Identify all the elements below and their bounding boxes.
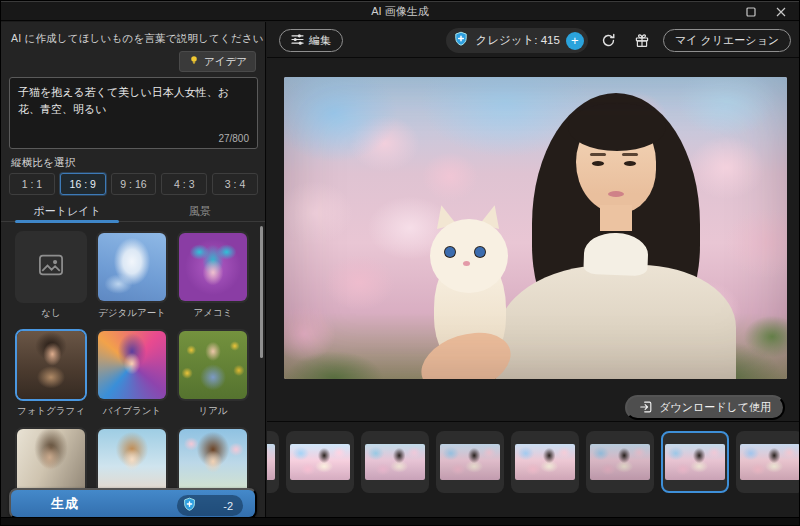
prompt-input[interactable]: 子猫を抱える若くて美しい日本人女性、お花、青空、明るい 27/800 xyxy=(9,77,258,149)
tab-landscape[interactable]: 風景 xyxy=(134,201,267,221)
add-credits-button[interactable]: + xyxy=(566,32,584,50)
filmstrip-item-1[interactable] xyxy=(267,431,279,493)
real-thumbnail xyxy=(179,331,247,399)
titlebar: AI 画像生成 xyxy=(1,1,799,21)
style-label: フォトグラフィ xyxy=(15,405,87,418)
style-tabs: ポートレイト 風景 xyxy=(1,201,266,222)
comic-thumbnail xyxy=(179,233,247,301)
app-window: AI 画像生成 AI に作成してほしいものを言葉で説明してください アイデア 子… xyxy=(0,0,800,526)
ratio-16-9[interactable]: 16 : 9 xyxy=(60,173,106,195)
style-label: なし xyxy=(15,307,87,320)
digital-art-thumbnail xyxy=(98,233,166,301)
generate-cost-badge: -2 xyxy=(177,495,243,516)
idea-button-label: アイデア xyxy=(204,55,247,69)
download-icon xyxy=(639,400,653,416)
partial-thumbnail xyxy=(179,429,247,497)
edit-button-label: 編集 xyxy=(309,33,331,48)
style-card-real[interactable]: リアル xyxy=(177,329,249,418)
maximize-button[interactable] xyxy=(743,4,759,20)
vibrant-thumbnail xyxy=(98,331,166,399)
ratio-1-1[interactable]: 1 : 1 xyxy=(9,173,55,195)
style-card-digital-art[interactable]: デジタルアート xyxy=(96,231,168,320)
filmstrip-item-7-selected[interactable] xyxy=(661,431,729,493)
filmstrip-item-3[interactable] xyxy=(361,431,429,493)
download-button[interactable]: ダウンロードして使用 xyxy=(625,395,785,420)
filmstrip-item-2[interactable] xyxy=(286,431,354,493)
download-button-label: ダウンロードして使用 xyxy=(659,400,771,415)
sliders-icon xyxy=(291,34,304,47)
edit-button[interactable]: 編集 xyxy=(279,29,343,52)
credits-display: クレジット: 415 + xyxy=(446,28,587,53)
generate-button[interactable]: 生成 -2 xyxy=(9,488,257,519)
credit-shield-icon xyxy=(453,31,469,51)
result-filmstrip xyxy=(267,422,799,519)
partial-thumbnail xyxy=(98,429,166,497)
style-label: リアル xyxy=(177,405,249,418)
filmstrip-item-6[interactable] xyxy=(586,431,654,493)
generate-cost: -2 xyxy=(223,500,233,512)
close-button[interactable] xyxy=(773,4,789,20)
style-card-none[interactable]: なし xyxy=(15,231,87,320)
filmstrip-item-5[interactable] xyxy=(511,431,579,493)
generate-label: 生成 xyxy=(51,495,79,513)
credit-shield-icon xyxy=(182,497,197,515)
generated-image[interactable] xyxy=(284,77,787,379)
refresh-button[interactable] xyxy=(597,29,621,53)
partial-thumbnail xyxy=(17,429,85,497)
ratio-3-4[interactable]: 3 : 4 xyxy=(212,173,258,195)
left-panel-scrollbar[interactable] xyxy=(260,226,263,358)
style-card-photography[interactable]: フォトグラフィ xyxy=(15,329,87,418)
ratio-9-16[interactable]: 9 : 16 xyxy=(111,173,157,195)
left-panel: AI に作成してほしいものを言葉で説明してください アイデア 子猫を抱える若くて… xyxy=(1,22,266,525)
right-panel: 編集 クレジット: 415 + マイ クリエーション xyxy=(267,22,799,525)
filmstrip-item-8[interactable] xyxy=(736,431,799,493)
my-creations-button[interactable]: マイ クリエーション xyxy=(663,29,791,52)
window-title: AI 画像生成 xyxy=(371,4,428,19)
lightbulb-icon xyxy=(188,54,200,69)
style-label: アメコミ xyxy=(177,307,249,320)
filmstrip-item-4[interactable] xyxy=(436,431,504,493)
ratio-4-3[interactable]: 4 : 3 xyxy=(161,173,207,195)
ratio-label: 縦横比を選択 xyxy=(11,156,75,170)
style-label: バイブラント xyxy=(96,405,168,418)
photography-thumbnail xyxy=(17,331,85,399)
char-counter: 27/800 xyxy=(218,133,249,144)
gift-button[interactable] xyxy=(630,29,654,53)
style-card-vibrant[interactable]: バイブラント xyxy=(96,329,168,418)
image-placeholder-icon xyxy=(36,251,66,283)
bottom-bar xyxy=(1,517,799,525)
style-label: デジタルアート xyxy=(96,307,168,320)
prompt-label: AI に作成してほしいものを言葉で説明してください xyxy=(11,32,264,46)
ratio-selector: 1 : 1 16 : 9 9 : 16 4 : 3 3 : 4 xyxy=(9,173,258,195)
toolbar: 編集 クレジット: 415 + マイ クリエーション xyxy=(267,22,799,58)
idea-button[interactable]: アイデア xyxy=(179,51,256,72)
tab-portrait[interactable]: ポートレイト xyxy=(1,201,134,221)
style-card-comic[interactable]: アメコミ xyxy=(177,231,249,320)
credits-label: クレジット: 415 xyxy=(475,33,559,48)
prompt-value: 子猫を抱える若くて美しい日本人女性、お花、青空、明るい xyxy=(18,84,249,117)
